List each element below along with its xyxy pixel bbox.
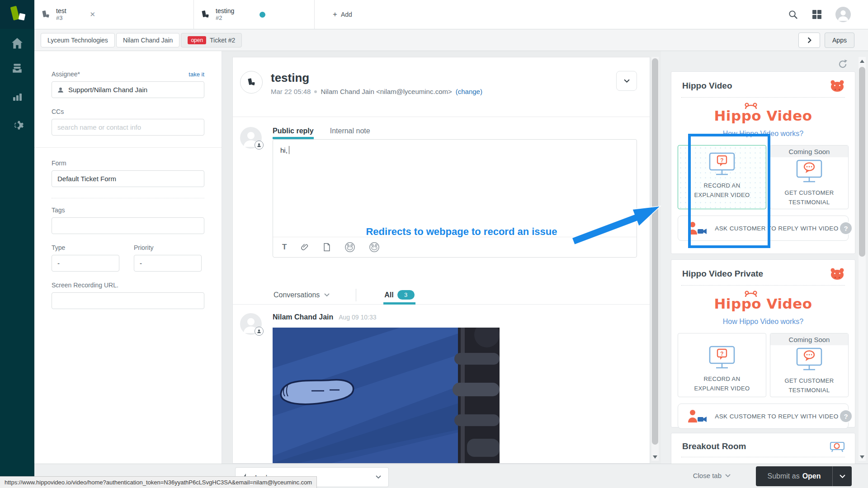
breadcrumb: Lyceum Technologies Nilam Chand Jain ope… [41, 33, 242, 47]
dotted-divider [681, 97, 845, 98]
apps-button[interactable]: Apps [825, 33, 854, 48]
app-window: test #3 ✕ testing #2 + Add Lyc [0, 0, 868, 488]
text-caret [289, 146, 289, 154]
sidebar-settings-icon[interactable] [0, 118, 34, 132]
main-sidebar [0, 0, 34, 488]
dotted-divider [681, 457, 845, 457]
priority-select[interactable]: - [134, 255, 202, 272]
ccs-input[interactable] [52, 119, 204, 136]
ticket-tab-2-active[interactable]: testing #2 [194, 0, 315, 29]
tab-title: test [56, 7, 66, 14]
scroll-up-arrow-icon[interactable] [859, 58, 866, 64]
annotation-callout-text: Redirects to webpage to record an issue [352, 226, 571, 238]
assignee-select[interactable]: Support/Nilam Chand Jain [52, 81, 204, 98]
plus-icon: + [333, 10, 337, 19]
app-card-title: Breakout Room [682, 441, 746, 451]
record-explainer-icon: ? [708, 345, 736, 371]
customer-testimonial-tile[interactable]: Coming Soon GET CUSTOMER TESTIMONIAL [770, 333, 849, 397]
document-icon[interactable] [323, 243, 331, 252]
brand-logo[interactable] [0, 0, 34, 29]
type-select[interactable]: - [52, 255, 119, 272]
user-avatar[interactable] [835, 7, 851, 22]
ask-customer-reply-button[interactable]: ASK CUSTOMER TO REPLY WITH VIDEO ? [678, 404, 849, 429]
testimonial-icon [795, 159, 823, 184]
hippo-video-library-icon[interactable] [369, 242, 380, 253]
screen-recording-url-input[interactable] [52, 292, 204, 309]
ticket-properties-panel: Assignee* take it Support/Nilam Chand Ja… [34, 51, 222, 464]
scrollbar-thumb[interactable] [859, 67, 865, 257]
customer-testimonial-label: GET CUSTOMER TESTIMONIAL [775, 376, 843, 395]
tags-label: Tags [52, 206, 204, 214]
ticket-icon [200, 9, 210, 19]
apps-panel-region: Hippo Video Hippo Video How Hippo Video … [661, 51, 868, 464]
scroll-down-arrow-icon[interactable] [651, 454, 659, 460]
priority-label: Priority [134, 244, 202, 251]
public-reply-tab[interactable]: Public reply [273, 127, 314, 139]
breadcrumb-org[interactable]: Lyceum Technologies [41, 33, 115, 47]
attachment-icon[interactable] [300, 243, 309, 252]
agent-badge-icon [255, 141, 264, 150]
ticket-tab-1[interactable]: test #3 ✕ [34, 0, 194, 29]
hippo-logo-ears-icon [744, 102, 758, 109]
how-hippo-works-link[interactable]: How Hippo Video works? [671, 318, 855, 326]
close-tab-icon[interactable]: ✕ [90, 10, 96, 19]
assignee-label: Assignee* [52, 70, 80, 78]
conversations-dropdown[interactable]: Conversations [274, 291, 330, 299]
collapse-header-button[interactable] [616, 71, 637, 91]
hippo-logo-ears-icon [744, 290, 758, 297]
ccs-label: CCs [52, 108, 204, 115]
scroll-down-arrow-icon[interactable] [859, 454, 866, 460]
screen-recording-url-label: Screen Recording URL. [52, 282, 204, 289]
apps-grid-icon[interactable] [812, 9, 822, 19]
breadcrumb-ticket[interactable]: open Ticket #2 [181, 33, 242, 47]
chevron-down-icon [376, 475, 381, 479]
close-tab-dropdown[interactable]: Close tab [693, 472, 731, 479]
message-author: Nilam Chand Jain [273, 313, 333, 321]
app-card-title: Hippo Video [682, 81, 732, 91]
chevron-down-icon [840, 474, 845, 479]
conversation-count-badge: 3 [397, 290, 415, 300]
conversations-bar: Conversations All 3 [233, 286, 650, 305]
hippo-video-record-icon[interactable] [344, 242, 355, 253]
sidebar-home-icon[interactable] [0, 38, 34, 49]
chevron-down-icon [624, 79, 630, 83]
link-preview-statusbar: https://www.hippovideo.io/video/home?aut… [0, 476, 317, 488]
type-label: Type [52, 244, 119, 251]
add-tab-button[interactable]: + Add [333, 0, 352, 29]
breakout-room-card: Breakout Room [671, 433, 855, 464]
divider-dotted [52, 198, 204, 198]
tags-input[interactable] [52, 217, 204, 234]
scrollbar-thumb[interactable] [652, 58, 658, 445]
attached-gif-image[interactable] [273, 328, 500, 463]
customer-testimonial-label: GET CUSTOMER TESTIMONIAL [775, 188, 843, 207]
form-select[interactable]: Default Ticket Form [52, 170, 204, 187]
internal-note-tab[interactable]: Internal note [330, 127, 370, 139]
sidebar-reports-icon[interactable] [0, 91, 34, 102]
main-scrollbar[interactable] [651, 57, 659, 461]
ask-customer-reply-label: ASK CUSTOMER TO REPLY WITH VIDEO [715, 413, 838, 420]
hippo-video-logo: Hippo Video [671, 296, 855, 314]
search-icon[interactable] [788, 9, 798, 20]
record-explainer-tile[interactable]: ? RECORD AN EXPLAINER VIDEO [678, 333, 766, 397]
all-conversations-tab[interactable]: All 3 [383, 286, 415, 304]
breadcrumb-requester[interactable]: Nilam Chand Jain [116, 33, 180, 47]
collapse-apps-button[interactable] [798, 33, 820, 48]
take-it-link[interactable]: take it [189, 71, 204, 78]
customer-testimonial-tile[interactable]: Coming Soon GET CUSTOMER TESTIMONIAL [770, 145, 849, 209]
message-timestamp: Aug 09 10:33 [339, 314, 376, 321]
help-icon[interactable]: ? [840, 410, 852, 422]
help-icon[interactable]: ? [840, 222, 852, 234]
ticket-requester: Nilam Chand Jain <nilam@lyceuminc.com> [321, 88, 452, 95]
hippo-video-private-card: Hippo Video Private Hippo Video How Hipp… [671, 259, 855, 427]
annotation-arrow [568, 198, 664, 246]
submit-options-dropdown[interactable] [832, 466, 852, 486]
refresh-icon[interactable] [837, 59, 848, 70]
submit-status: Open [802, 472, 821, 480]
text-format-icon[interactable]: T [282, 243, 287, 252]
apps-panel-scrollbar[interactable] [859, 57, 866, 461]
change-requester-link[interactable]: (change) [456, 88, 482, 95]
sidebar-views-icon[interactable] [0, 62, 34, 74]
status-badge: open [188, 36, 206, 44]
submit-button[interactable]: Submit as Open [756, 466, 852, 486]
customer-avatar [240, 313, 262, 335]
